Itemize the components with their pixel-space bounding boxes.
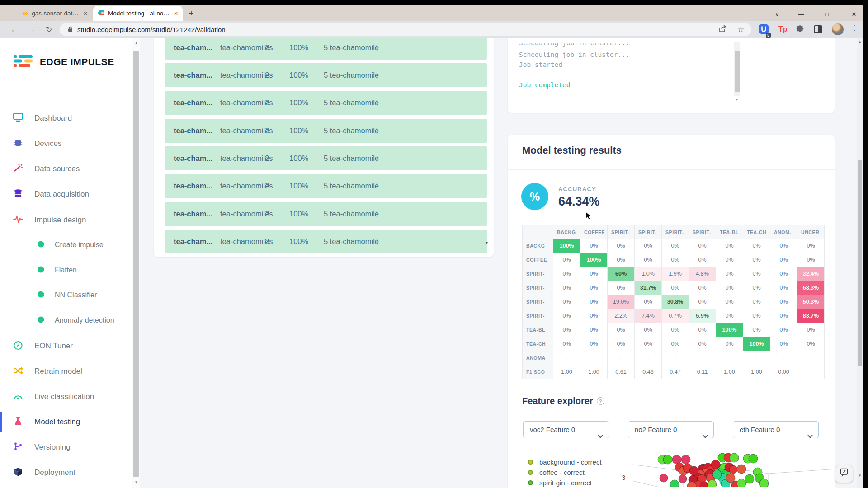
help-icon[interactable]: ? bbox=[597, 397, 604, 405]
close-tab-icon[interactable]: ✕ bbox=[83, 10, 88, 17]
sidebar-item-flatten[interactable]: Flatten bbox=[0, 260, 132, 281]
minimize-window-button[interactable]: — bbox=[796, 11, 807, 18]
feature-explorer-title-text: Feature explorer bbox=[522, 396, 593, 406]
table-scroll-down-icon[interactable]: ▼ bbox=[485, 241, 489, 245]
sidebar-item-data-sources[interactable]: Data sources bbox=[0, 159, 132, 179]
new-tab-button[interactable]: + bbox=[185, 9, 197, 19]
share-icon[interactable] bbox=[719, 25, 726, 34]
table-row[interactable]: tea-cham...tea-chamomile2s100%5 tea-cham… bbox=[165, 91, 487, 115]
extensions-puzzle-icon[interactable] bbox=[796, 25, 804, 35]
table-row[interactable]: tea-cham...tea-chamomile2s100%5 tea-cham… bbox=[165, 230, 487, 253]
row-menu-button[interactable]: ⋮ bbox=[373, 146, 382, 170]
matrix-cell: 0.7% bbox=[662, 309, 689, 323]
side-panel-icon[interactable] bbox=[814, 25, 822, 35]
browser-menu-button[interactable]: ⋮ bbox=[850, 24, 859, 32]
reload-button[interactable]: ↻ bbox=[43, 24, 54, 35]
row-menu-button[interactable]: ⋮ bbox=[373, 63, 382, 87]
back-button[interactable]: ← bbox=[9, 24, 20, 35]
log-scrollbar-thumb[interactable] bbox=[735, 51, 740, 92]
sidebar-item-live-classification[interactable]: Live classification bbox=[0, 386, 132, 407]
table-row[interactable]: tea-cham...tea-chamomile2s100%5 tea-cham… bbox=[165, 63, 487, 87]
tab-colab-notebook[interactable]: ∞ gas-sensor-dataset-curation.ipyn ✕ bbox=[18, 6, 92, 21]
row-menu-button[interactable]: ⋮ bbox=[373, 202, 382, 226]
sidebar-item-versioning[interactable]: Versioning bbox=[0, 437, 132, 458]
address-bar[interactable]: studio.edgeimpulse.com/studio/121242/val… bbox=[60, 23, 751, 36]
sidebar-item-impulse-design[interactable]: Impulse design bbox=[0, 210, 132, 230]
matrix-cell: 0% bbox=[580, 323, 608, 337]
table-row[interactable]: tea-cham...tea-chamomile2s100%5 tea-cham… bbox=[165, 202, 487, 226]
row-menu-button[interactable]: ⋮ bbox=[373, 91, 382, 115]
log-scroll-down-icon[interactable]: ▼ bbox=[735, 98, 739, 102]
sidebar-scrollbar[interactable]: ▲ ▼ bbox=[132, 38, 140, 488]
matrix-cell: 32.4% bbox=[797, 267, 825, 281]
extension-icon-badge[interactable]: 5 bbox=[759, 24, 769, 36]
feature-scatter-plot[interactable] bbox=[619, 451, 835, 487]
legend-item[interactable]: background - correct bbox=[528, 458, 602, 466]
scroll-down-icon[interactable]: ▼ bbox=[132, 480, 140, 484]
sidebar-item-model-testing[interactable]: Model testing bbox=[0, 412, 132, 432]
scatter-point bbox=[670, 480, 679, 487]
page-scrollbar[interactable]: ▲ ▼ bbox=[857, 38, 863, 488]
matrix-row-header: SPIRIT- bbox=[523, 295, 553, 309]
row-menu-button[interactable]: ⋮ bbox=[373, 119, 382, 143]
dashboard-icon bbox=[13, 113, 24, 124]
devices-icon bbox=[13, 138, 24, 149]
sample-name: tea-cham... bbox=[174, 91, 212, 115]
feature-dropdown-2[interactable]: no2 Feature 0 bbox=[628, 421, 714, 438]
retrain-model-icon bbox=[13, 366, 24, 377]
scatter-point bbox=[663, 455, 672, 464]
edge-impulse-logo[interactable]: EDGE IMPULSE bbox=[14, 54, 114, 70]
extension-icon-tp[interactable]: Tp bbox=[778, 25, 788, 33]
sidebar-item-dashboard[interactable]: Dashboard bbox=[0, 108, 132, 129]
bookmark-star-icon[interactable]: ☆ bbox=[737, 25, 744, 34]
close-window-button[interactable]: ✕ bbox=[849, 11, 859, 18]
matrix-col-header: SPIRIT- bbox=[689, 225, 716, 239]
matrix-cell: 0% bbox=[716, 267, 743, 281]
feature-dropdown-1[interactable]: voc2 Feature 0 bbox=[523, 421, 609, 438]
tab-search-chevron-icon[interactable]: ∨ bbox=[772, 11, 783, 18]
matrix-cell: 0% bbox=[770, 267, 797, 281]
legend-item[interactable]: coffee - correct bbox=[528, 469, 585, 476]
log-line: Scheduling job in cluster... bbox=[519, 39, 629, 47]
sample-result: 5 tea-chamomile bbox=[324, 146, 379, 170]
table-row[interactable]: tea-cham...tea-chamomile2s100%5 tea-cham… bbox=[165, 146, 487, 170]
matrix-cell: 1.00 bbox=[716, 365, 743, 379]
sidebar-item-eon-tuner[interactable]: EON Tuner bbox=[0, 336, 132, 357]
scroll-down-icon[interactable]: ▼ bbox=[857, 474, 863, 478]
sidebar-item-anomaly-detection[interactable]: Anomaly detection bbox=[0, 310, 132, 331]
tab-model-testing[interactable]: Model testing - ai-nose - Edge In ✕ bbox=[93, 6, 183, 21]
row-menu-button[interactable]: ⋮ bbox=[373, 174, 382, 198]
feature-dropdown-3[interactable]: eth Feature 0 bbox=[733, 421, 819, 438]
sidebar-item-create-impulse[interactable]: Create impulse bbox=[0, 235, 132, 255]
divider bbox=[508, 169, 835, 170]
job-log-card[interactable]: Scheduling job in cluster...Scheduling j… bbox=[508, 38, 835, 113]
forward-button[interactable]: → bbox=[26, 24, 37, 35]
table-row[interactable]: tea-cham...tea-chamomile2s100%5 tea-cham… bbox=[165, 119, 487, 143]
sidebar-item-retrain-model[interactable]: Retrain model bbox=[0, 361, 132, 382]
green-dot-icon bbox=[35, 241, 46, 249]
sidebar-item-deployment[interactable]: Deployment bbox=[0, 462, 132, 483]
row-menu-button[interactable]: ⋮ bbox=[373, 230, 382, 253]
chevron-down-icon bbox=[598, 428, 603, 444]
sidebar-item-devices[interactable]: Devices bbox=[0, 133, 132, 154]
feedback-button[interactable] bbox=[835, 465, 853, 483]
maximize-window-button[interactable]: □ bbox=[821, 11, 832, 18]
scrollbar-thumb[interactable] bbox=[858, 160, 862, 366]
model-testing-results-card: Model testing results % ACCURACY 64.34% … bbox=[508, 135, 835, 488]
dropdown-selected-value: voc2 Feature 0 bbox=[530, 426, 575, 433]
sidebar-item-data-acquisition[interactable]: Data acquisition bbox=[0, 184, 132, 205]
table-row[interactable]: tea-cham...tea-chamomile2s100%5 tea-cham… bbox=[165, 38, 487, 60]
row-menu-button[interactable]: ⋮ bbox=[373, 38, 382, 60]
scroll-up-icon[interactable]: ▲ bbox=[132, 41, 140, 45]
scrollbar-thumb[interactable] bbox=[133, 51, 139, 477]
matrix-cell: 0% bbox=[743, 309, 770, 323]
matrix-cell: 0% bbox=[553, 253, 580, 267]
sidebar-item-nn-classifier[interactable]: NN Classifier bbox=[0, 285, 132, 305]
legend-item[interactable]: spirit-gin - correct bbox=[528, 479, 592, 487]
scroll-up-icon[interactable]: ▲ bbox=[857, 40, 863, 44]
table-row[interactable]: tea-cham...tea-chamomile2s100%5 tea-cham… bbox=[165, 174, 487, 198]
close-tab-icon[interactable]: ✕ bbox=[174, 10, 178, 17]
edge-impulse-studio: EDGE IMPULSE DashboardDevicesData source… bbox=[0, 38, 863, 488]
profile-avatar[interactable] bbox=[832, 23, 844, 35]
scatter-point bbox=[749, 454, 758, 463]
